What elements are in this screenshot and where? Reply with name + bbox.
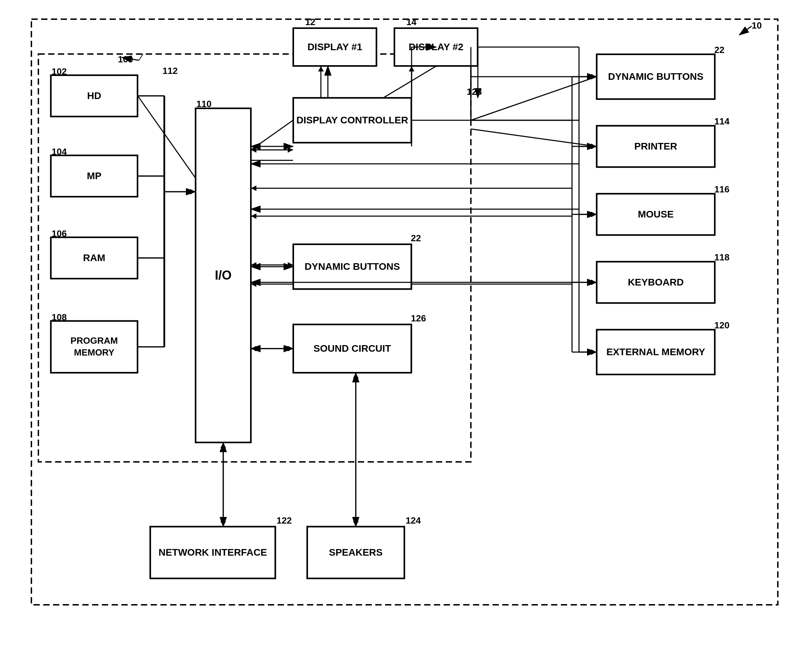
ref-124-label: 124 bbox=[406, 515, 421, 526]
svg-marker-59 bbox=[591, 212, 596, 217]
svg-marker-55 bbox=[591, 144, 596, 149]
ref-14-label: 14 bbox=[406, 17, 416, 28]
ref-22a-label: 22 bbox=[714, 45, 724, 55]
hd-box: HD bbox=[51, 75, 138, 117]
ref-22b-label: 22 bbox=[411, 233, 421, 244]
svg-marker-57 bbox=[251, 186, 256, 191]
svg-line-33 bbox=[384, 66, 436, 98]
svg-marker-47 bbox=[353, 373, 359, 378]
program-memory-box: PROGRAM MEMORY bbox=[51, 321, 138, 373]
ref-112-label: 112 bbox=[163, 66, 177, 76]
speakers-box: SPEAKERS bbox=[307, 526, 405, 579]
external-memory-box: EXTERNAL MEMORY bbox=[596, 329, 715, 375]
display2-box: DISPLAY #2 bbox=[394, 28, 478, 66]
svg-marker-32 bbox=[318, 66, 324, 71]
svg-marker-67 bbox=[591, 349, 596, 355]
svg-marker-61 bbox=[251, 213, 256, 219]
ref-100-label: 100 bbox=[118, 54, 133, 65]
svg-marker-37 bbox=[288, 262, 293, 268]
svg-marker-30 bbox=[251, 147, 256, 153]
svg-marker-35 bbox=[409, 66, 414, 71]
sound-circuit-box: SOUND CIRCUIT bbox=[293, 324, 411, 373]
svg-line-48 bbox=[471, 77, 596, 120]
ram-box: RAM bbox=[51, 237, 138, 279]
mouse-box: MOUSE bbox=[596, 194, 715, 235]
svg-marker-40 bbox=[288, 346, 293, 351]
mp-box: MP bbox=[51, 155, 138, 197]
diagram: 10 12 14 100 102 104 106 108 110 112 22 … bbox=[0, 0, 812, 655]
ref-126-label: 126 bbox=[411, 313, 426, 324]
ref-122-label: 122 bbox=[277, 515, 291, 526]
svg-marker-29 bbox=[288, 147, 293, 153]
svg-marker-46 bbox=[353, 521, 359, 526]
svg-line-68 bbox=[471, 129, 596, 146]
io-box: I/O bbox=[195, 108, 251, 443]
svg-line-27 bbox=[251, 120, 293, 150]
printer-box: PRINTER bbox=[596, 126, 715, 167]
display1-box: DISPLAY #1 bbox=[293, 28, 377, 66]
svg-marker-26 bbox=[190, 189, 195, 195]
svg-marker-65 bbox=[251, 281, 256, 287]
ref-128-label: 128 bbox=[467, 86, 488, 97]
svg-marker-38 bbox=[251, 262, 256, 268]
svg-marker-63 bbox=[591, 280, 596, 285]
dynamic-buttons-top-box: DYNAMIC BUTTONS bbox=[596, 54, 715, 99]
ref-118-label: 118 bbox=[714, 252, 729, 263]
ref-12-label: 12 bbox=[305, 17, 315, 28]
svg-marker-43 bbox=[220, 521, 226, 526]
svg-marker-53 bbox=[591, 74, 596, 80]
keyboard-box: KEYBOARD bbox=[596, 261, 715, 303]
svg-line-104 bbox=[740, 26, 752, 35]
ref-116-label: 116 bbox=[714, 184, 729, 195]
svg-line-106 bbox=[139, 54, 143, 60]
display-controller-box: DISPLAY CONTROLLER bbox=[293, 98, 411, 143]
svg-line-19 bbox=[138, 96, 195, 178]
ref-120-label: 120 bbox=[714, 320, 729, 331]
network-interface-box: NETWORK INTERFACE bbox=[150, 526, 276, 579]
svg-marker-44 bbox=[220, 443, 226, 448]
ref-10-label: 10 bbox=[752, 20, 762, 31]
dynamic-buttons-mid-box: DYNAMIC BUTTONS bbox=[293, 244, 411, 289]
svg-marker-41 bbox=[251, 346, 256, 351]
ref-114-label: 114 bbox=[714, 116, 729, 127]
